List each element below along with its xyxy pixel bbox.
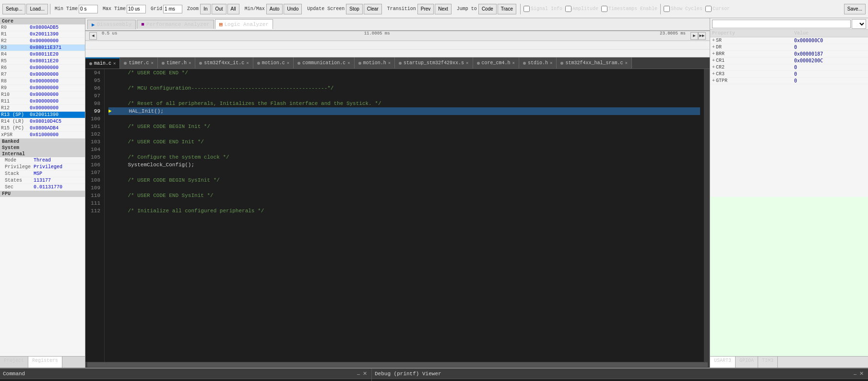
line-number-110: 110	[85, 192, 100, 199]
timeline-right-arrow[interactable]: ▶	[690, 32, 698, 40]
code-tab-timer-h[interactable]: timer.h ✕	[158, 58, 195, 69]
zoom-in-button[interactable]: In	[200, 4, 211, 14]
property-search-input[interactable]	[712, 20, 851, 28]
property-dropdown[interactable]	[852, 19, 866, 29]
line-margin	[108, 77, 115, 84]
code-tab-close-comm[interactable]: ✕	[347, 60, 350, 66]
clear-button[interactable]: Clear	[364, 4, 382, 14]
next-button[interactable]: Next	[435, 4, 452, 14]
cursor-checkbox[interactable]	[705, 6, 712, 12]
command-close-button[interactable]: ✕	[361, 370, 369, 377]
amplitude-checkbox[interactable]	[565, 6, 571, 12]
logic-analyzer-tab[interactable]: ▤ Logic Analyzer	[215, 19, 273, 29]
timeline-left-arrow[interactable]: ◀	[89, 32, 97, 40]
line-numbers: 9495969798991001011021031041051061071081…	[85, 69, 105, 362]
expand-arrow[interactable]: +	[712, 45, 715, 50]
debug-printf-header: Debug (printf) Viewer – ✕	[372, 369, 868, 379]
line-number-103: 103	[85, 138, 100, 146]
expand-arrow[interactable]: +	[712, 51, 715, 57]
debug-printf-close-button[interactable]: ✕	[858, 370, 865, 377]
bottom-left-panel: Command – ✕ 1 "D:\\stm32f429\\E450\\MDK-…	[0, 369, 372, 381]
registers-tab[interactable]: Registers	[28, 357, 62, 368]
code-tab-close-stm32[interactable]: ✕	[246, 60, 249, 66]
code-tab-startup[interactable]: startup_stm32f429xx.s ✕	[395, 58, 473, 69]
debug-printf-minimize-button[interactable]: –	[852, 371, 858, 377]
reg-name: R9	[1, 85, 30, 91]
main-layout: Core R00x0800ADB5R10x20011390R20x0000000…	[0, 18, 868, 368]
hscroll-thumb[interactable]	[87, 362, 708, 367]
prev-button[interactable]: Prev	[417, 4, 434, 14]
code-tab-stm32f4xx-it[interactable]: stm32f4xx_it.c ✕	[195, 58, 253, 69]
code-tab-close-main[interactable]: ✕	[113, 61, 116, 66]
code-tab-close-timer-h[interactable]: ✕	[189, 60, 191, 66]
command-minimize-button[interactable]: –	[356, 371, 361, 377]
min-time-input[interactable]	[79, 5, 98, 13]
code-tab-main-c[interactable]: main.c ✕	[85, 58, 120, 69]
current-line-arrow: ►	[108, 107, 115, 115]
timeline-marks: 0.5 us 11.0005 ms 23.0005 ms	[97, 31, 690, 41]
project-tab[interactable]: Project	[0, 357, 28, 368]
expand-arrow[interactable]: +	[712, 78, 715, 83]
code-tab-close-startup[interactable]: ✕	[466, 60, 468, 66]
undo-button[interactable]: Undo	[284, 4, 302, 14]
code-tab-close-motion-h[interactable]: ✕	[388, 60, 391, 66]
timeline-rightmost-arrow[interactable]: ▶▶	[698, 32, 706, 40]
show-cycles-checkbox-label[interactable]: Show Cycles	[664, 6, 702, 12]
disassembly-tab[interactable]: ▶ Disassembly	[87, 20, 136, 29]
debug-tabs: ▶ Disassembly ■ Performance Analyzer ▤ L…	[85, 18, 710, 31]
code-comment: /* USER CODE END SysInit */	[115, 192, 214, 199]
tim3-tab[interactable]: TIM3	[758, 357, 778, 368]
auto-button[interactable]: Auto	[266, 4, 283, 14]
reg-value: 0x00000000	[30, 65, 84, 70]
code-tab-motion-h[interactable]: motion.h ✕	[355, 58, 395, 69]
code-tab-close-core[interactable]: ✕	[512, 60, 515, 66]
amplitude-checkbox-label[interactable]: Amplitude	[565, 6, 598, 12]
expand-arrow[interactable]: +	[712, 71, 715, 77]
code-tab-core-cm4[interactable]: core_cm4.h ✕	[473, 58, 519, 69]
save-button[interactable]: Save...	[844, 4, 866, 14]
signal-info-checkbox-label[interactable]: Signal Info	[523, 6, 562, 12]
zoom-all-button[interactable]: All	[227, 4, 239, 14]
setup-button[interactable]: Setup...	[2, 4, 25, 14]
timestamps-checkbox-label[interactable]: Timestamps Enable	[601, 6, 657, 12]
stop-button[interactable]: Stop	[346, 4, 363, 14]
gpioa-tab[interactable]: GPIOA	[736, 357, 758, 368]
code-tab-hal-sram[interactable]: stm32f4xx_hal_sram.c ✕	[557, 58, 631, 69]
show-cycles-checkbox[interactable]	[664, 6, 670, 12]
code-tab-dot-main	[89, 62, 92, 65]
code-tab-close-hal[interactable]: ✕	[625, 60, 627, 66]
code-button[interactable]: Code	[478, 4, 497, 14]
grid-input[interactable]	[163, 5, 182, 13]
reg-value: 0x0800ADB4	[30, 126, 84, 131]
code-tab-dot-timer-c	[124, 62, 127, 65]
code-tab-close-timer-c[interactable]: ✕	[151, 60, 153, 66]
max-time-input[interactable]	[127, 5, 146, 13]
cursor-checkbox-label[interactable]: Cursor	[705, 6, 730, 12]
code-tab-close-stdio[interactable]: ✕	[550, 60, 552, 66]
value-col-header: Value	[794, 31, 866, 36]
zoom-out-button[interactable]: Out	[212, 4, 226, 14]
debug-printf-content: e0 e0 e0 e0 e0 e0 e0 e0 e0 e0 e0 e0 e0 e…	[372, 379, 868, 381]
code-tabs: main.c ✕ timer.c ✕ timer.h ✕ stm32f4xx_i…	[85, 58, 710, 69]
code-tab-stdio[interactable]: stdio.h ✕	[519, 58, 557, 69]
code-tab-dot-motion-h	[358, 62, 361, 65]
code-tab-close-motion-c[interactable]: ✕	[287, 60, 289, 66]
code-tab-timer-c[interactable]: timer.c ✕	[120, 58, 157, 69]
vertical-scrollbar[interactable]	[704, 69, 710, 362]
horizontal-scrollbar[interactable]	[85, 362, 710, 368]
expand-arrow[interactable]: +	[712, 38, 715, 43]
timestamps-checkbox[interactable]	[601, 6, 607, 12]
expand-arrow[interactable]: +	[712, 65, 715, 70]
signal-info-checkbox[interactable]	[523, 6, 530, 12]
code-tab-motion-c[interactable]: motion.c ✕	[253, 58, 294, 69]
left-panel-tabs: Project Registers	[0, 356, 85, 368]
code-line-100	[108, 115, 700, 123]
trace-button[interactable]: Trace	[498, 4, 516, 14]
expand-arrow[interactable]: +	[712, 58, 715, 63]
code-content[interactable]: /* USER CODE END */ /* MCU Configuration…	[105, 69, 704, 362]
register-row-r0: R00x0800ADB5	[0, 24, 85, 31]
performance-analyzer-tab[interactable]: ■ Performance Analyzer	[137, 20, 214, 29]
load-button[interactable]: Load...	[26, 4, 48, 14]
usart3-tab[interactable]: USART3	[710, 357, 736, 368]
code-tab-communication[interactable]: communication.c ✕	[294, 58, 354, 69]
